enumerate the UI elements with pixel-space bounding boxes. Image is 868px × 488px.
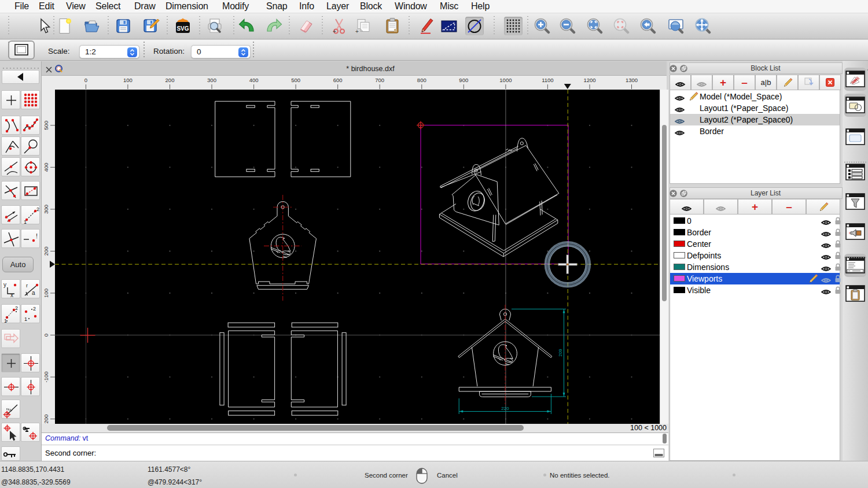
- svg-text:1: 1: [24, 316, 27, 322]
- svg-text:500: 500: [43, 121, 49, 130]
- svg-text:x: x: [10, 292, 13, 298]
- svg-text:300: 300: [207, 77, 216, 83]
- svg-text:1300: 1300: [626, 77, 638, 83]
- svg-text:+: +: [333, 28, 336, 35]
- svg-text:0: 0: [43, 334, 49, 337]
- svg-text:SVG: SVG: [176, 25, 189, 32]
- svg-text:1200: 1200: [583, 77, 595, 83]
- svg-text:500: 500: [291, 77, 300, 83]
- svg-text:1100: 1100: [542, 77, 553, 83]
- svg-text:+: +: [355, 28, 359, 35]
- svg-text:-100: -100: [43, 372, 49, 383]
- svg-text:200: 200: [165, 77, 175, 83]
- svg-text:2: 2: [15, 305, 18, 311]
- svg-text:100: 100: [123, 77, 133, 83]
- svg-text:300: 300: [43, 205, 49, 214]
- svg-text:!: !: [36, 232, 38, 239]
- svg-text:200: 200: [43, 246, 49, 256]
- svg-text:r: r: [26, 283, 28, 289]
- svg-text:400: 400: [43, 162, 49, 172]
- svg-text:900: 900: [459, 77, 468, 83]
- svg-text:2: 2: [36, 206, 39, 212]
- svg-text:100: 100: [43, 289, 49, 298]
- svg-text:400: 400: [249, 77, 259, 83]
- svg-text:220: 220: [501, 406, 509, 411]
- svg-text:a: a: [32, 290, 35, 296]
- svg-text:800: 800: [417, 77, 426, 83]
- svg-text:1000: 1000: [499, 77, 512, 83]
- svg-text:y: y: [3, 282, 6, 288]
- svg-text:600: 600: [333, 77, 343, 83]
- svg-text:2: 2: [33, 306, 36, 312]
- svg-text:209: 209: [558, 349, 563, 357]
- svg-text:0: 0: [84, 77, 87, 83]
- svg-text:700: 700: [375, 77, 384, 83]
- svg-text:200: 200: [43, 415, 49, 424]
- svg-text:1: 1: [24, 219, 27, 225]
